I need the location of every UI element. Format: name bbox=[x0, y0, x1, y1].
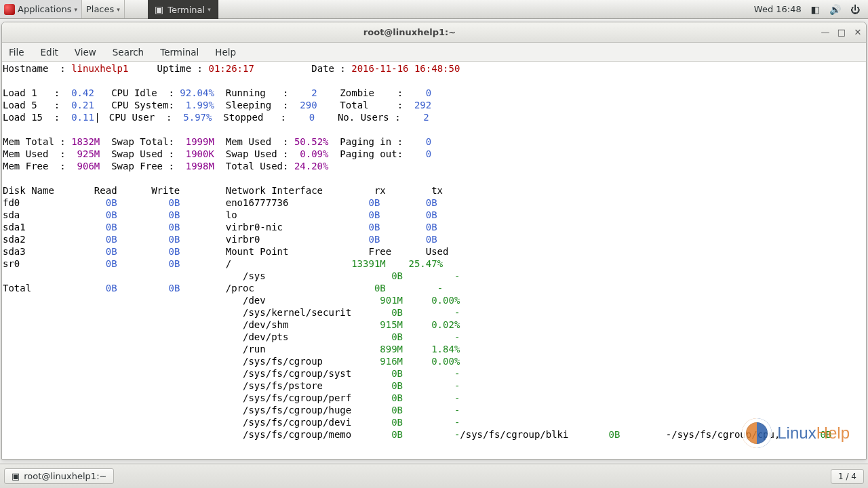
mem-total-value: 1832M bbox=[71, 136, 100, 147]
disk-write: 0B bbox=[168, 209, 180, 220]
net-header: Network Interface rx tx bbox=[226, 185, 443, 196]
net-rx: 0B bbox=[368, 197, 380, 208]
swap-used-label: Swap Used : bbox=[111, 148, 186, 159]
mount-free: 0B bbox=[368, 270, 403, 281]
users-value: 2 bbox=[423, 112, 429, 123]
cpu-sys-value: 1.99% bbox=[180, 100, 214, 110]
logo-text: LinuxHelp bbox=[777, 424, 850, 443]
net-name: eno16777736 bbox=[226, 197, 289, 208]
menu-help[interactable]: Help bbox=[215, 47, 236, 58]
net-name: lo bbox=[226, 209, 289, 220]
net-rx: 0B bbox=[368, 209, 380, 220]
power-icon[interactable]: ⏻ bbox=[850, 4, 860, 15]
volume-icon[interactable]: 🔊 bbox=[829, 4, 841, 15]
net-rx: 0B bbox=[368, 234, 380, 245]
mount-point: /sys/fs/cgroup/devi bbox=[243, 417, 357, 428]
maximize-button[interactable]: □ bbox=[833, 27, 850, 37]
disk-name: fd0 bbox=[3, 197, 31, 208]
mount-used: 0.02% bbox=[426, 319, 460, 330]
mount-used: - bbox=[426, 405, 460, 415]
terminal-launcher[interactable]: ▣ Terminal▾ bbox=[148, 0, 218, 19]
net-name: virbr0-nic bbox=[226, 222, 289, 232]
mount-point: /sys/kernel/securit bbox=[243, 307, 357, 318]
mount-free: 916M bbox=[368, 356, 403, 367]
mount-free: 0B bbox=[368, 405, 403, 415]
text-cursor bbox=[97, 113, 98, 123]
applications-menu[interactable]: Applications▾ bbox=[0, 0, 82, 18]
zombie-value: 0 bbox=[426, 87, 431, 98]
chevron-down-icon: ▾ bbox=[208, 6, 211, 13]
mount-used: - bbox=[426, 417, 460, 428]
mount-used: - bbox=[426, 368, 460, 379]
mount-point: /proc bbox=[226, 283, 340, 293]
net-rx: 0B bbox=[368, 222, 380, 232]
cpu-user-label: CPU User : bbox=[109, 112, 178, 123]
sleeping-value: 290 bbox=[300, 100, 317, 110]
mount-point: /sys/fs/pstore bbox=[243, 380, 357, 391]
mount-used: - bbox=[426, 307, 460, 318]
mem-free-label: Mem Free : bbox=[3, 161, 77, 171]
mount-free: 899M bbox=[368, 344, 403, 354]
mount-used: - bbox=[426, 270, 460, 281]
taskbar-terminal-button[interactable]: ▣ root@linuxhelp1:~ bbox=[4, 468, 114, 484]
mount-point: /dev/shm bbox=[243, 319, 357, 330]
paging-out-value: 0 bbox=[426, 148, 431, 159]
menu-file[interactable]: File bbox=[9, 47, 24, 58]
places-menu[interactable]: Places▾ bbox=[82, 0, 125, 18]
mount-point: /sys/fs/cgroup/huge bbox=[243, 405, 357, 415]
disk-write: 0B bbox=[168, 197, 180, 208]
menu-view[interactable]: View bbox=[75, 47, 96, 58]
titlebar[interactable]: root@linuxhelp1:~ — □ ✕ bbox=[2, 22, 866, 43]
zombie-label: Zombie : bbox=[340, 87, 425, 98]
minimize-button[interactable]: — bbox=[817, 27, 833, 37]
clock[interactable]: Wed 16:48 bbox=[754, 4, 802, 14]
mount-used: - bbox=[426, 392, 460, 403]
paging-out-label: Paging out: bbox=[340, 148, 425, 159]
mem-used-label: Mem Used : bbox=[3, 148, 77, 159]
mount-free: 0B bbox=[368, 392, 403, 403]
menu-edit[interactable]: Edit bbox=[41, 47, 58, 58]
cpu-idle-label: CPU Idle : bbox=[111, 87, 180, 98]
mount-point: /dev bbox=[243, 295, 357, 306]
mount-used: 1.84% bbox=[426, 344, 460, 354]
mount-free: 0B bbox=[368, 417, 403, 428]
cpu-user-value: 5.97% bbox=[178, 112, 212, 123]
workspace-icon[interactable]: ◧ bbox=[811, 4, 820, 15]
mount-header: Mount Point Free Used bbox=[226, 246, 449, 257]
mount-free: 0B bbox=[368, 368, 403, 379]
chevron-down-icon: ▾ bbox=[117, 6, 120, 13]
menu-terminal[interactable]: Terminal bbox=[160, 47, 199, 58]
apps-icon bbox=[4, 4, 15, 15]
mount-free: 0B bbox=[368, 380, 403, 391]
disk-write: 0B bbox=[168, 234, 180, 245]
stopped-value: 0 bbox=[309, 112, 315, 123]
menu-search[interactable]: Search bbox=[113, 47, 144, 58]
mount-free: 0B bbox=[368, 307, 403, 318]
load15-value: 0.11 bbox=[71, 112, 94, 123]
total-value: 292 bbox=[414, 100, 431, 110]
net-tx: 0B bbox=[426, 209, 437, 220]
mount-free: 901M bbox=[368, 295, 403, 306]
terminal-icon: ▣ bbox=[155, 4, 163, 15]
mem-used-pct-value: 50.52% bbox=[294, 136, 329, 147]
cpu-idle-value: 92.04% bbox=[180, 87, 214, 98]
disk-read: 0B bbox=[106, 258, 117, 269]
swap-used-pct-label: Swap Used : bbox=[226, 148, 300, 159]
paging-in-label: Paging in : bbox=[340, 136, 425, 147]
terminal-output[interactable]: Hostname : linuxhelp1 Uptime : 01:26:17 … bbox=[2, 62, 866, 459]
mem-used-value: 925M bbox=[77, 148, 100, 159]
disk-read: 0B bbox=[106, 246, 117, 257]
mount-point: /sys/fs/cgroup/syst bbox=[243, 368, 357, 379]
net-tx: 0B bbox=[426, 197, 437, 208]
net-name: virbr0 bbox=[226, 234, 289, 245]
close-button[interactable]: ✕ bbox=[850, 27, 866, 37]
disk-total-write: 0B bbox=[168, 283, 180, 293]
running-value: 2 bbox=[311, 87, 317, 98]
disk-total-read: 0B bbox=[106, 283, 117, 293]
swap-total-value: 1999M bbox=[186, 136, 214, 147]
mount-point: /run bbox=[243, 344, 357, 354]
disk-total-label: Total bbox=[3, 283, 31, 293]
mount-free: 0B bbox=[368, 331, 403, 342]
mount-point: / bbox=[226, 258, 340, 269]
workspace-pager[interactable]: 1 / 4 bbox=[831, 469, 864, 484]
